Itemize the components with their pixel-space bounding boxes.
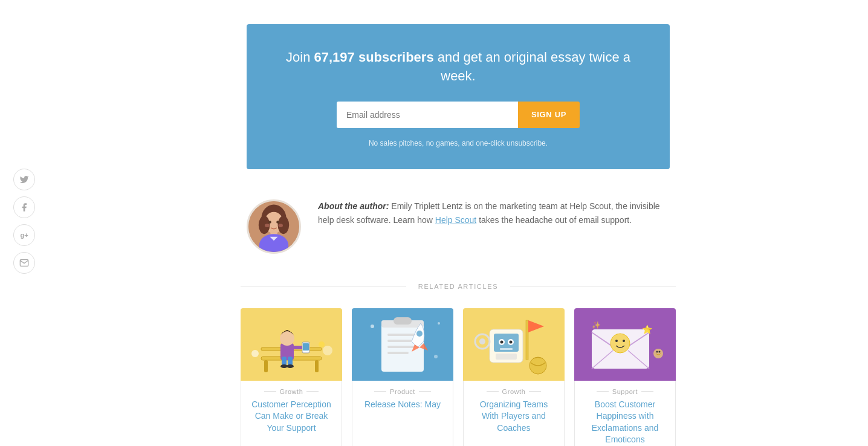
author-avatar <box>247 199 301 254</box>
svg-rect-12 <box>264 360 268 372</box>
article-category-1: Growth <box>250 388 333 395</box>
related-section: RELATED ARTICLES <box>241 283 676 446</box>
svg-point-10 <box>278 224 282 227</box>
related-label: RELATED ARTICLES <box>418 283 498 290</box>
svg-rect-21 <box>293 346 303 349</box>
svg-point-34 <box>416 331 423 337</box>
cat-line-left <box>264 391 276 392</box>
article-category-4: Support <box>583 388 667 395</box>
svg-point-49 <box>479 338 485 344</box>
divider-right <box>510 286 676 286</box>
article-thumb-2 <box>352 308 453 381</box>
svg-rect-31 <box>387 340 412 342</box>
article-illustration-2 <box>354 308 451 381</box>
twitter-button[interactable] <box>13 169 35 190</box>
svg-point-56 <box>653 349 663 358</box>
articles-grid: Growth Customer Perception Can Make or B… <box>241 308 676 446</box>
article-title-1: Customer Perception Can Make or Break Yo… <box>250 399 333 435</box>
article-illustration-3 <box>465 308 562 381</box>
twitter-icon <box>19 175 29 184</box>
svg-rect-45 <box>496 354 517 360</box>
svg-point-36 <box>438 322 440 325</box>
newsletter-form: SIGN UP <box>283 102 633 128</box>
svg-point-25 <box>323 346 332 355</box>
svg-point-58 <box>659 351 661 352</box>
svg-point-9 <box>265 224 269 227</box>
article-thumb-3 <box>463 308 565 381</box>
related-divider: RELATED ARTICLES <box>241 283 676 290</box>
article-card-2[interactable]: Product Release Notes: May <box>352 308 453 446</box>
newsletter-box: Join 67,197 subscribers and get an origi… <box>247 24 670 169</box>
article-illustration-4: ⭐ ✨ <box>577 308 673 381</box>
article-title-3: Organizing Teams With Players and Coache… <box>472 399 555 435</box>
about-label: About the author: <box>318 201 389 211</box>
article-meta-4: Support Boost Customer Happiness with Ex… <box>574 381 676 446</box>
cat-line-right <box>306 391 319 392</box>
cat-line-right-3 <box>529 391 541 392</box>
svg-point-37 <box>434 355 438 358</box>
svg-point-8 <box>276 221 279 224</box>
author-bio: About the author: Emily Triplett Lentz i… <box>318 199 670 228</box>
svg-point-53 <box>623 340 625 342</box>
main-content: Join 67,197 subscribers and get an origi… <box>48 0 868 446</box>
cat-line-right-4 <box>641 391 653 392</box>
svg-rect-29 <box>394 317 412 325</box>
email-input[interactable] <box>337 102 518 128</box>
article-category-2: Product <box>361 388 444 395</box>
cat-line-left-2 <box>374 391 386 392</box>
facebook-icon <box>19 202 29 212</box>
article-card-3[interactable]: Growth Organizing Teams With Players and… <box>463 308 565 446</box>
article-thumb-1 <box>241 308 342 381</box>
email-icon <box>19 258 29 268</box>
svg-rect-23 <box>303 343 309 351</box>
divider-left <box>241 286 406 286</box>
svg-point-52 <box>615 340 618 342</box>
signup-button[interactable]: SIGN UP <box>518 102 580 128</box>
article-meta-3: Growth Organizing Teams With Players and… <box>463 381 565 446</box>
svg-point-20 <box>287 364 294 368</box>
author-section: About the author: Emily Triplett Lentz i… <box>247 199 670 254</box>
newsletter-headline: Join 67,197 subscribers and get an origi… <box>283 48 633 86</box>
facebook-button[interactable] <box>13 196 35 218</box>
author-avatar-img <box>248 199 299 254</box>
svg-point-26 <box>319 341 325 347</box>
headline-end: and get an original essay twice a week. <box>434 50 630 83</box>
article-card-1[interactable]: Growth Customer Perception Can Make or B… <box>241 308 342 446</box>
googleplus-icon: g+ <box>20 231 28 239</box>
svg-rect-32 <box>387 346 415 348</box>
svg-rect-33 <box>387 352 409 354</box>
article-illustration-1 <box>243 308 340 381</box>
svg-text:✨: ✨ <box>592 320 601 329</box>
svg-point-24 <box>251 350 259 357</box>
cat-line-right-2 <box>419 391 431 392</box>
article-title-4: Boost Customer Happiness with Exclamatio… <box>583 399 667 446</box>
svg-rect-13 <box>315 360 319 372</box>
headline-bold: 67,197 subscribers <box>314 50 434 65</box>
svg-rect-30 <box>387 334 418 336</box>
svg-point-43 <box>510 340 513 343</box>
cat-line-left-3 <box>487 391 499 392</box>
svg-point-57 <box>656 351 658 352</box>
article-meta-1: Growth Customer Perception Can Make or B… <box>241 381 342 446</box>
article-card-4[interactable]: ⭐ ✨ Support Boost Customer Happiness <box>574 308 676 446</box>
cat-line-left-4 <box>597 391 609 392</box>
helpscout-link[interactable]: Help Scout <box>435 215 476 225</box>
svg-text:⭐: ⭐ <box>642 325 653 335</box>
article-meta-2: Product Release Notes: May <box>352 381 453 446</box>
email-share-button[interactable] <box>13 252 35 274</box>
svg-point-51 <box>611 334 630 353</box>
article-title-2: Release Notes: May <box>361 399 444 411</box>
svg-point-7 <box>268 221 271 224</box>
svg-point-35 <box>371 325 374 328</box>
googleplus-button[interactable]: g+ <box>13 224 35 246</box>
svg-rect-46 <box>526 320 528 360</box>
svg-rect-44 <box>500 348 513 350</box>
bio-end: takes the headache out of email support. <box>476 215 632 225</box>
social-sidebar: g+ <box>0 161 48 285</box>
newsletter-note: No sales pitches, no games, and one-clic… <box>283 139 633 147</box>
headline-plain: Join <box>286 50 314 65</box>
article-category-3: Growth <box>472 388 555 395</box>
article-thumb-4: ⭐ ✨ <box>574 308 676 381</box>
svg-point-42 <box>500 340 504 343</box>
